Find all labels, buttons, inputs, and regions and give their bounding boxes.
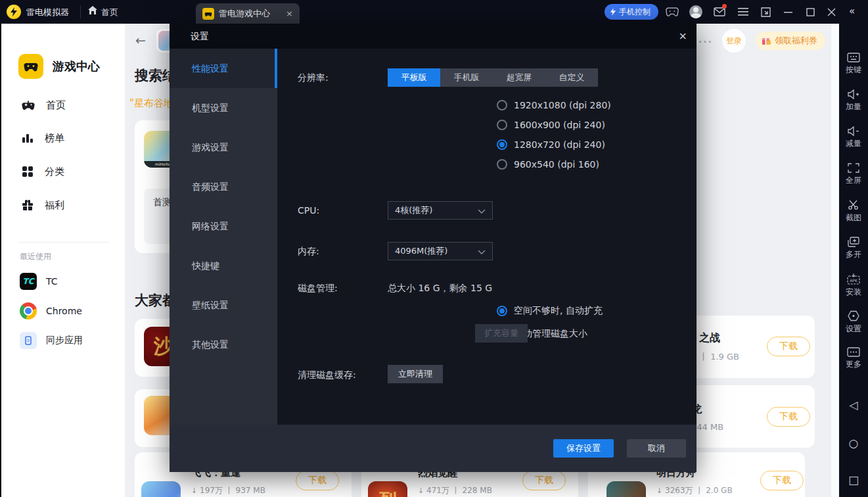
toolbar-more-button[interactable]: 更多 xyxy=(839,347,868,370)
home-icon[interactable] xyxy=(88,6,97,16)
titlebar-home-button[interactable]: 首页 xyxy=(101,7,118,18)
scrollbar-track[interactable] xyxy=(831,24,839,497)
menu-item-wallpaper[interactable]: 壁纸设置 xyxy=(170,285,277,325)
memory-dropdown[interactable]: 4096M(推荐) xyxy=(388,242,493,260)
download-button[interactable]: 下载 xyxy=(760,471,804,490)
divider xyxy=(80,5,81,18)
toolbar-multi-instance-button[interactable]: 多开 xyxy=(839,237,868,260)
emulator-toolbar: 按键 加量 减量 全屏 截图 多开 APK 安装 设置 更多 ◁ ○ □ xyxy=(839,24,868,497)
tab-phone[interactable]: 手机版 xyxy=(440,68,493,87)
gamepad-icon xyxy=(202,8,214,20)
resolution-option-1600[interactable]: 1600x900 (dpi 240) xyxy=(497,120,605,130)
sidebar-item-label: 福利 xyxy=(45,199,64,212)
avatar xyxy=(689,5,702,18)
download-button[interactable]: 下载 xyxy=(767,407,810,427)
tab-close-icon[interactable]: × xyxy=(286,9,293,18)
cpu-dropdown[interactable]: 4核(推荐) xyxy=(388,201,493,220)
more-options-button[interactable]: ··· xyxy=(698,37,713,47)
clean-now-button[interactable]: 立即清理 xyxy=(388,365,443,383)
scissors-icon xyxy=(848,200,859,210)
settings-hexagon-icon xyxy=(848,310,859,321)
collapse-toolbar-icon[interactable]: « xyxy=(849,5,855,17)
sidebar-item-sync-app[interactable]: 同步应用 xyxy=(20,332,83,349)
maximize-icon[interactable] xyxy=(802,4,819,20)
dialog-close-icon[interactable]: × xyxy=(679,30,687,42)
phone-control-button[interactable]: 手机控制 xyxy=(605,4,658,20)
android-back-button[interactable]: ◁ xyxy=(839,398,868,412)
disk-auto-expand-option[interactable]: 空间不够时, 自动扩充 xyxy=(497,305,603,317)
menu-item-audio[interactable]: 音频设置 xyxy=(170,167,277,206)
sidebar-item-label: 分类 xyxy=(45,166,64,178)
coupon-button[interactable]: 领取福利券 xyxy=(756,32,825,50)
menu-item-other[interactable]: 其他设置 xyxy=(170,325,277,364)
volume-down-icon xyxy=(847,126,860,136)
toolbar-settings-button[interactable]: 设置 xyxy=(839,310,868,335)
sidebar-item-home[interactable]: 首页 xyxy=(21,98,66,112)
chrome-icon xyxy=(20,302,37,320)
expand-capacity-button: 扩充容量 xyxy=(475,324,528,343)
brand-label: 游戏中心 xyxy=(53,59,100,74)
toolbar-volume-up-button[interactable]: 加量 xyxy=(839,89,868,112)
toolbar-fullscreen-button[interactable]: 全屏 xyxy=(839,163,868,186)
download-button[interactable]: 下载 xyxy=(296,471,339,490)
download-button[interactable]: 下载 xyxy=(522,471,566,490)
menu-item-performance[interactable]: 性能设置 xyxy=(170,49,277,88)
game-icon xyxy=(141,481,181,497)
resolution-option-960[interactable]: 960x540 (dpi 160) xyxy=(497,159,599,170)
notification-badge xyxy=(722,4,727,9)
menu-item-shortcuts[interactable]: 快捷键 xyxy=(170,246,277,285)
save-settings-button[interactable]: 保存设置 xyxy=(553,439,614,458)
tab-game-center[interactable]: 雷电游戏中心 × xyxy=(196,3,300,24)
game-info: ↓ 471万 丨 228 MB xyxy=(418,485,492,496)
settings-content: 分辨率: 平板版 手机版 超宽屏 自定义 1920x1080 (dpi 280)… xyxy=(277,49,697,425)
resize-window-icon[interactable] xyxy=(757,4,774,20)
radio-icon-selected xyxy=(497,139,507,150)
dialog-footer: 保存设置 取消 xyxy=(170,425,697,472)
gamepad-toolbar-icon[interactable] xyxy=(664,4,681,20)
cancel-button[interactable]: 取消 xyxy=(627,439,686,458)
menu-item-network[interactable]: 网络设置 xyxy=(170,206,277,246)
dialog-header: 设置 × xyxy=(170,24,697,49)
minimize-icon[interactable] xyxy=(779,4,796,20)
resolution-option-1280[interactable]: 1280x720 (dpi 240) xyxy=(497,139,605,150)
app-title: 雷电模拟器 xyxy=(26,7,69,18)
download-button[interactable]: 下载 xyxy=(767,337,810,356)
android-recents-button[interactable]: □ xyxy=(839,473,868,486)
chevron-down-icon xyxy=(478,247,486,256)
toolbar-keymap-button[interactable]: 按键 xyxy=(839,53,868,76)
toolbar-install-apk-button[interactable]: APK 安装 xyxy=(839,273,868,298)
cpu-label: CPU: xyxy=(298,205,319,216)
toolbar-screenshot-button[interactable]: 截图 xyxy=(839,200,868,224)
bar-chart-icon xyxy=(21,131,34,145)
account-avatar-icon[interactable] xyxy=(687,4,704,20)
menu-item-game[interactable]: 游戏设置 xyxy=(170,128,277,167)
menu-icon[interactable] xyxy=(735,4,752,20)
dialog-title: 设置 xyxy=(191,31,209,43)
game-center-logo-icon xyxy=(18,54,43,79)
close-window-icon[interactable] xyxy=(823,4,840,20)
gift-icon xyxy=(21,199,34,212)
clean-cache-label: 清理磁盘缓存: xyxy=(298,369,356,381)
android-home-button[interactable]: ○ xyxy=(839,437,868,450)
mail-icon[interactable] xyxy=(711,4,728,20)
sidebar-item-rankings[interactable]: 榜单 xyxy=(21,131,64,145)
radio-icon xyxy=(497,159,507,170)
grid-icon xyxy=(21,165,34,178)
app-logo-icon xyxy=(7,5,21,19)
radio-icon xyxy=(497,100,507,110)
tab-tablet[interactable]: 平板版 xyxy=(388,68,440,87)
tab-ultrawide[interactable]: 超宽屏 xyxy=(493,68,545,87)
login-button[interactable]: 登录 xyxy=(722,29,746,53)
tab-custom[interactable]: 自定义 xyxy=(545,68,598,87)
memory-label: 内存: xyxy=(298,246,319,258)
resolution-option-1920[interactable]: 1920x1080 (dpi 280) xyxy=(497,100,611,110)
sidebar-item-chrome[interactable]: Chrome xyxy=(20,302,82,320)
menu-item-device-model[interactable]: 机型设置 xyxy=(170,88,277,128)
sidebar-item-categories[interactable]: 分类 xyxy=(21,165,64,178)
coupon-label: 领取福利券 xyxy=(775,35,817,47)
back-button[interactable]: ← xyxy=(135,33,146,47)
sidebar-item-benefits[interactable]: 福利 xyxy=(21,199,64,212)
volume-up-icon xyxy=(847,89,860,99)
toolbar-volume-down-button[interactable]: 减量 xyxy=(839,126,868,149)
sidebar-item-tc-app[interactable]: TC TC xyxy=(20,273,58,290)
